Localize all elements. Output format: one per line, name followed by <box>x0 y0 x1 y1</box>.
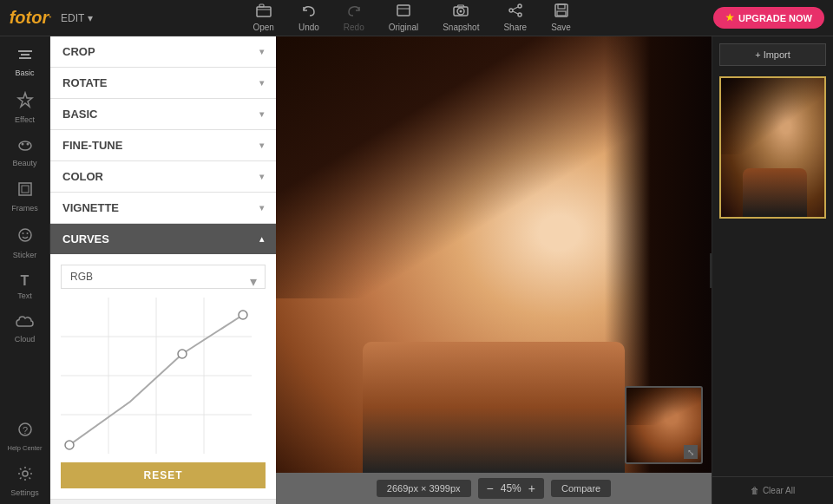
crop-panel-header[interactable]: CROP ▾ <box>50 36 276 67</box>
redo-label: Redo <box>344 23 364 32</box>
svg-rect-23 <box>22 186 29 193</box>
sidebar-item-cloud[interactable]: Cloud <box>0 307 49 350</box>
sticker-icon <box>16 226 34 248</box>
svg-point-38 <box>239 311 247 319</box>
svg-rect-14 <box>557 11 566 16</box>
cloud-icon <box>16 314 35 332</box>
share-icon <box>508 3 523 21</box>
logo-text: fotor <box>10 8 49 28</box>
rotate-panel-item: ROTATE ▾ <box>50 68 276 99</box>
curves-content: RGB Red Green Blue <box>50 254 276 499</box>
zoom-out-button[interactable]: − <box>487 481 494 495</box>
topbar-tools: Open Undo Redo Original Snapshot <box>110 3 713 32</box>
vignette-panel-item: VIGNETTE ▾ <box>50 193 276 224</box>
svg-point-9 <box>509 9 513 12</box>
original-tool[interactable]: Original <box>389 3 418 32</box>
sidebar-item-beauty[interactable]: Beauty <box>0 131 49 174</box>
svg-point-8 <box>518 13 521 16</box>
help-icon: ? <box>17 422 33 442</box>
trash-icon: 🗑 <box>751 486 759 495</box>
panel-toggle-button[interactable]: › <box>710 253 712 288</box>
edit-chevron-icon: ▾ <box>88 12 93 24</box>
save-tool[interactable]: Save <box>551 3 571 32</box>
basic-panel-chevron-icon: ▾ <box>259 109 264 119</box>
upgrade-star-icon: ★ <box>725 12 734 23</box>
vignette-chevron-icon: ▾ <box>259 203 264 213</box>
cloud-label: Cloud <box>15 335 36 344</box>
basic-icon <box>16 48 34 66</box>
clear-all-label: Clear All <box>763 486 795 495</box>
sticker-label: Sticker <box>13 251 37 259</box>
curves-reset-button[interactable]: RESET <box>61 462 266 488</box>
zoom-in-button[interactable]: + <box>528 481 535 495</box>
frames-label: Frames <box>11 204 38 213</box>
finetune-chevron-icon: ▾ <box>259 141 264 150</box>
sidebar-item-text[interactable]: T Text <box>0 266 49 307</box>
beauty-icon <box>16 138 34 156</box>
sidebar-item-settings[interactable]: Settings <box>0 459 49 504</box>
compare-button[interactable]: Compare <box>551 480 611 497</box>
basic-label: Basic <box>15 69 34 77</box>
redo-tool[interactable]: Redo <box>344 3 364 32</box>
rotate-chevron-icon: ▾ <box>259 78 264 88</box>
settings-label: Settings <box>10 488 39 497</box>
sidebar-item-help[interactable]: ? Help Center <box>0 415 49 459</box>
bottom-bar: 2669px × 3999px − 45% + Compare <box>276 473 712 504</box>
svg-point-36 <box>65 441 74 449</box>
import-button[interactable]: + Import <box>719 43 826 66</box>
basic-panel-label: BASIC <box>62 108 97 121</box>
main-area: Basic Effect Beauty Frames Sticker <box>0 36 833 504</box>
original-icon <box>396 3 411 21</box>
sidebar-item-frames[interactable]: Frames <box>0 174 49 219</box>
svg-line-11 <box>513 11 518 14</box>
curves-label: CURVES <box>62 232 109 245</box>
curves-graph[interactable] <box>61 298 252 454</box>
snapshot-label: Snapshot <box>443 23 479 32</box>
color-panel-header[interactable]: COLOR ▾ <box>50 161 276 192</box>
basic-panel-header[interactable]: BASIC ▾ <box>50 99 276 129</box>
mini-preview: ⤡ <box>625 386 703 464</box>
rotate-panel-header[interactable]: ROTATE ▾ <box>50 68 276 98</box>
color-label: COLOR <box>62 170 103 183</box>
undo-label: Undo <box>298 23 319 32</box>
snapshot-tool[interactable]: Snapshot <box>443 3 479 32</box>
thumbnail-image <box>721 78 826 217</box>
original-label: Original <box>389 23 418 32</box>
crop-panel-item: CROP ▾ <box>50 36 276 68</box>
thumbnail-container <box>719 76 826 219</box>
upgrade-button[interactable]: ★ UPGRADE NOW <box>713 7 824 29</box>
svg-rect-2 <box>397 5 410 16</box>
share-tool[interactable]: Share <box>503 3 527 32</box>
save-icon <box>554 3 569 21</box>
crop-label: CROP <box>62 45 95 58</box>
open-label: Open <box>253 23 273 32</box>
sidebar-item-sticker[interactable]: Sticker <box>0 219 49 266</box>
finetune-label: FINE-TUNE <box>62 139 122 152</box>
clear-all-button[interactable]: 🗑 Clear All <box>712 476 833 504</box>
undo-tool[interactable]: Undo <box>298 3 319 32</box>
vignette-panel-header[interactable]: VIGNETTE ▾ <box>50 193 276 223</box>
color-panel-item: COLOR ▾ <box>50 161 276 193</box>
right-sidebar: + Import 🗑 Clear All <box>712 36 833 504</box>
color-chevron-icon: ▾ <box>259 172 264 181</box>
edit-label: EDIT <box>61 12 84 24</box>
svg-text:?: ? <box>22 425 27 435</box>
svg-point-5 <box>460 10 462 13</box>
sidebar-item-basic[interactable]: Basic <box>0 41 49 84</box>
mini-preview-expand-icon[interactable]: ⤡ <box>684 445 698 459</box>
open-tool[interactable]: Open <box>253 3 273 32</box>
channel-select[interactable]: RGB Red Green Blue <box>61 265 266 289</box>
topbar: fotor * EDIT ▾ Open Undo Redo <box>0 0 833 36</box>
vignette-label: VIGNETTE <box>62 201 119 214</box>
finetune-panel-header[interactable]: FINE-TUNE ▾ <box>50 130 276 160</box>
svg-point-7 <box>518 4 521 8</box>
curves-panel-header[interactable]: CURVES ▴ <box>50 224 276 254</box>
size-info: 2669px × 3999px <box>377 480 471 497</box>
sidebar-item-effect[interactable]: Effect <box>0 84 49 131</box>
effect-label: Effect <box>15 115 35 124</box>
svg-point-21 <box>26 143 29 146</box>
text-icon: T <box>21 273 30 289</box>
edit-panel: CROP ▾ ROTATE ▾ BASIC ▾ FINE-TUNE ▾ COLO <box>50 36 276 504</box>
edit-button[interactable]: EDIT ▾ <box>61 12 93 24</box>
svg-point-24 <box>19 229 31 241</box>
